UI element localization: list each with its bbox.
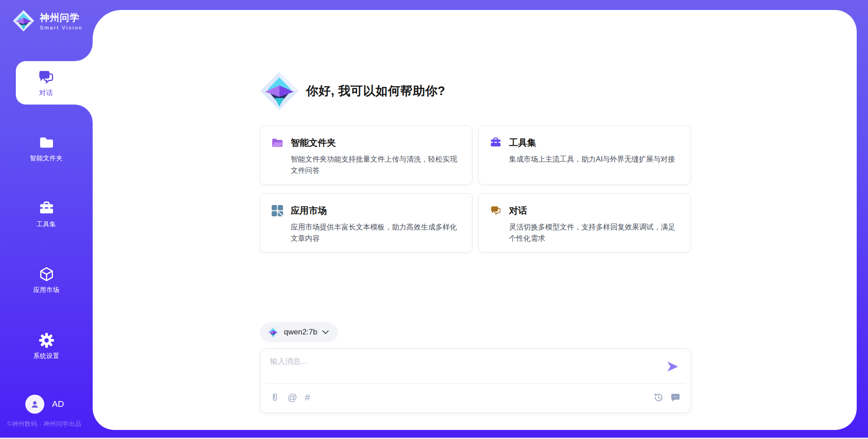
sidebar-item-smart-folder[interactable]: 智能文件夹 — [0, 131, 93, 166]
hash-button[interactable]: # — [305, 391, 310, 403]
brand-logo-icon — [13, 10, 34, 32]
sidebar-item-settings[interactable]: 系统设置 — [0, 329, 93, 363]
chat-icon — [37, 68, 55, 86]
history-button[interactable] — [653, 391, 663, 403]
card-description: 灵活切换多模型文件，支持多样回复效果调试，满足个性化需求 — [509, 221, 678, 244]
toolbox-icon — [38, 200, 55, 217]
brand-name: 神州问学 — [40, 11, 83, 24]
greeting-text: 你好, 我可以如何帮助你? — [306, 83, 445, 99]
greeting: 你好, 我可以如何帮助你? — [260, 72, 445, 110]
send-button[interactable] — [667, 361, 679, 372]
app-root: { "app": { "brand_name": "神州问学", "brand_… — [0, 0, 868, 439]
card-description: 智能文件夹功能支持批量文件上传与清洗，轻松实现文件问答 — [291, 153, 459, 176]
feature-cards: 智能文件夹 智能文件夹功能支持批量文件上传与清洗，轻松实现文件问答 工具集 集成… — [260, 125, 691, 253]
folder-icon — [38, 134, 55, 151]
avatar — [25, 395, 44, 414]
message-input[interactable] — [270, 356, 654, 381]
card-smart-folder[interactable]: 智能文件夹 智能文件夹功能支持批量文件上传与清洗，轻松实现文件问答 — [260, 125, 472, 185]
card-chat[interactable]: 对话 灵活切换多模型文件，支持多样回复效果调试，满足个性化需求 — [478, 193, 691, 253]
brand-subtitle: Smart Vision — [40, 25, 83, 30]
sidebar-item-label: 工具集 — [37, 220, 57, 229]
attach-file-button[interactable] — [270, 391, 280, 403]
sidebar-item-app-market[interactable]: 应用市场 — [0, 263, 93, 297]
card-toolset[interactable]: 工具集 集成市场上主流工具，助力AI与外界无缝扩展与对接 — [478, 125, 691, 185]
model-selector[interactable]: qwen2:7b — [260, 322, 338, 342]
sidebar-item-label: 对话 — [39, 89, 53, 97]
sidebar-item-toolset[interactable]: 工具集 — [0, 197, 93, 232]
cube-icon — [38, 266, 55, 282]
card-description: 集成市场上主流工具，助力AI与外界无缝扩展与对接 — [509, 153, 678, 165]
sidebar-item-chat[interactable]: 对话 — [16, 61, 93, 105]
hash-icon: # — [305, 392, 310, 402]
active-tab-bottom-curve — [75, 105, 93, 123]
card-title: 对话 — [509, 205, 527, 217]
sidebar-item-label: 应用市场 — [33, 286, 60, 294]
history-icon — [653, 392, 663, 402]
comment-icon — [670, 392, 680, 402]
sidebar-item-label: 智能文件夹 — [30, 154, 63, 162]
model-logo-icon — [267, 326, 279, 338]
card-title: 应用市场 — [291, 205, 327, 217]
card-title: 智能文件夹 — [291, 137, 336, 149]
assistant-logo-icon — [260, 72, 299, 110]
copyright: ©神州数码 · 神州问学出品 — [7, 420, 81, 428]
user-name: AD — [52, 399, 64, 409]
paperclip-icon — [270, 392, 280, 402]
user-account[interactable]: AD — [25, 395, 64, 414]
brand: 神州问学 Smart Vision — [13, 10, 83, 32]
gear-icon — [38, 332, 55, 348]
new-chat-button[interactable] — [670, 391, 680, 403]
main-panel: 你好, 我可以如何帮助你? 智能文件夹 智能文件夹功能支持批量文件上传与清洗，轻… — [93, 10, 857, 430]
sidebar: 神州问学 Smart Vision 对话 智能文件夹 工具集 应用市场 系统设置… — [0, 0, 93, 439]
chevron-down-icon — [322, 330, 329, 334]
card-description: 应用市场提供丰富长文本模板，助力高效生成多样化文章内容 — [291, 221, 459, 244]
mention-icon: @ — [288, 392, 297, 402]
chat-icon — [490, 205, 502, 217]
composer-divider — [266, 383, 685, 384]
card-app-market[interactable]: 应用市场 应用市场提供丰富长文本模板，助力高效生成多样化文章内容 — [260, 193, 472, 253]
person-icon — [30, 399, 40, 409]
model-name: qwen2:7b — [284, 328, 317, 337]
mention-button[interactable]: @ — [288, 391, 297, 403]
grid-icon — [271, 205, 283, 217]
sidebar-item-label: 系统设置 — [33, 352, 60, 360]
main-content: 你好, 我可以如何帮助你? 智能文件夹 智能文件夹功能支持批量文件上传与清洗，轻… — [260, 10, 691, 430]
composer-tools-left: @ # — [270, 391, 310, 403]
send-icon — [667, 361, 679, 372]
folder-open-icon — [271, 137, 283, 149]
toolbox-icon — [490, 137, 502, 149]
card-title: 工具集 — [509, 137, 536, 149]
message-composer: @ # — [260, 348, 691, 413]
active-tab-top-curve — [75, 43, 93, 61]
composer-tools-right — [653, 391, 680, 403]
